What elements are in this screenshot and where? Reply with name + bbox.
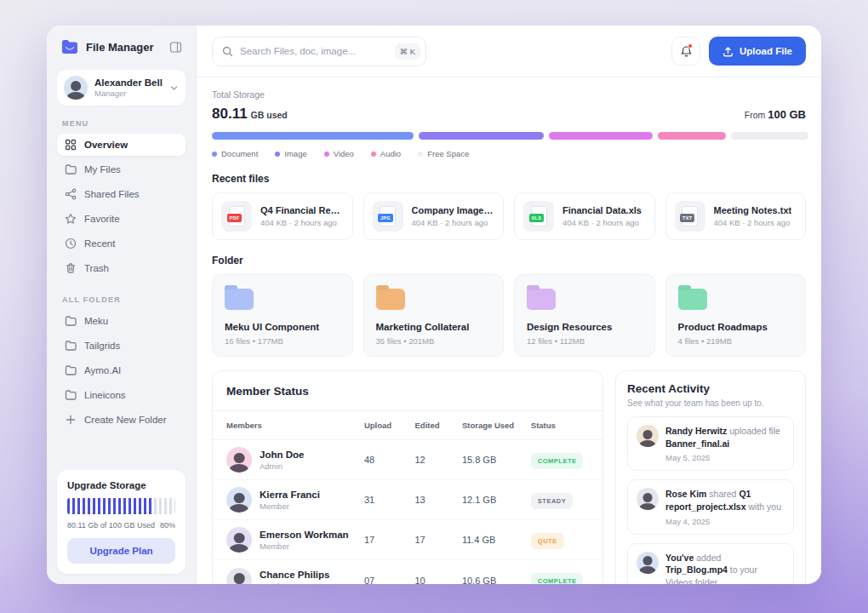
- sidebar-folder-label: Lineicons: [84, 390, 126, 400]
- legend-dot: [212, 152, 217, 157]
- upload-file-button[interactable]: Upload File: [709, 37, 806, 66]
- sidebar-collapse-icon[interactable]: [169, 41, 182, 54]
- upgrade-plan-button[interactable]: Upgrade Plan: [67, 538, 175, 564]
- sidebar-item-trash[interactable]: Trash: [57, 257, 186, 279]
- user-role: Manager: [94, 89, 163, 98]
- sidebar-item-label: Trash: [84, 263, 109, 273]
- storage-usage-meter: [67, 498, 175, 514]
- green-folder-icon: [678, 289, 707, 310]
- storage-legend: Document Image Video Audio Free Space: [212, 149, 806, 158]
- file-meta: 404 KB · 2 hours ago: [260, 218, 344, 227]
- create-new-folder-button[interactable]: Create New Folder: [57, 409, 186, 431]
- legend-dot: [275, 152, 280, 157]
- sidebar-item-recent[interactable]: Recent: [57, 232, 186, 255]
- upgrade-storage-card: Upgrade Storage 80.11 Gb of 100 GB Used …: [57, 470, 186, 574]
- sidebar-item-overview[interactable]: Overview: [57, 134, 186, 156]
- sidebar: File Manager Alexander Bell Manager MENU…: [47, 26, 197, 584]
- storage-used-value: 80.11: [212, 106, 248, 123]
- folder-card-marketing[interactable]: Marketing Collateral 35 files • 201MB: [363, 274, 505, 357]
- folder-cards-row: Meku UI Component 16 files • 177MB Marke…: [212, 274, 806, 357]
- file-meta: 404 KB · 2 hours ago: [562, 218, 642, 227]
- file-meta: 404 KB · 2 hours ago: [714, 218, 792, 227]
- file-meta: 404 KB · 2 hours ago: [412, 218, 495, 227]
- create-new-folder-label: Create New Folder: [84, 415, 167, 425]
- sidebar-item-label: Overview: [84, 140, 128, 150]
- folder-icon: [65, 389, 77, 401]
- table-row[interactable]: Chance PhilipsMember 07 10 10.6 GB COMPL…: [213, 560, 602, 584]
- profile-card[interactable]: Alexander Bell Manager: [57, 70, 186, 106]
- sidebar-folder-aymo-ai[interactable]: Aymo.AI: [57, 359, 186, 381]
- share-icon: [65, 188, 77, 200]
- avatar: [226, 487, 252, 513]
- recent-files-title: Recent files: [212, 173, 806, 185]
- file-card-jpg[interactable]: JPG Company Image.jpg 404 KB · 2 hours a…: [363, 192, 505, 240]
- sidebar-item-label: Recent: [84, 238, 115, 249]
- storage-usage-percent: 80%: [160, 521, 175, 530]
- folder-name: Product Roadmaps: [678, 322, 794, 332]
- status-badge: QUTE: [531, 533, 564, 549]
- sidebar-item-favorite[interactable]: Favorite: [57, 208, 186, 230]
- folder-icon: [65, 163, 77, 175]
- avatar: [637, 488, 659, 510]
- member-status-card: Member Status Members Upload Edited Stor…: [212, 370, 603, 584]
- legend-dot: [418, 152, 423, 157]
- purple-folder-icon: [527, 289, 556, 310]
- folder-name: Marketing Collateral: [376, 322, 492, 332]
- topbar: ⌘ K Upload File: [197, 26, 821, 77]
- member-status-title: Member Status: [226, 385, 309, 398]
- sidebar-folder-tailgrids[interactable]: Tailgrids: [57, 335, 186, 357]
- search-shortcut-badge: ⌘ K: [395, 43, 420, 60]
- xls-file-icon: XLS: [523, 201, 554, 232]
- file-card-pdf[interactable]: PDF Q4 Financial Report.pdf 404 KB · 2 h…: [212, 192, 353, 240]
- notifications-button[interactable]: [671, 37, 700, 66]
- folder-card-meku-ui[interactable]: Meku UI Component 16 files • 177MB: [212, 274, 353, 357]
- file-name: Financial Data.xls: [562, 205, 642, 215]
- sidebar-folder-lineicons[interactable]: Lineicons: [57, 384, 186, 406]
- search-input[interactable]: [240, 46, 388, 56]
- total-storage-label: Total Storage: [212, 89, 806, 100]
- storage-total: From 100 GB: [745, 108, 806, 121]
- legend-video: Video: [324, 149, 354, 158]
- legend-dot: [324, 152, 329, 157]
- recent-activity-title: Recent Activity: [627, 382, 794, 395]
- trash-icon: [65, 262, 77, 274]
- list-item[interactable]: Rose Kim shared Q1 report_project.xlsx w…: [627, 479, 794, 534]
- sidebar-item-my-files[interactable]: My Files: [57, 158, 186, 180]
- status-badge: STEADY: [531, 493, 573, 509]
- folder-card-roadmaps[interactable]: Product Roadmaps 4 files • 219MB: [665, 274, 807, 357]
- storage-segment-image: [419, 132, 544, 140]
- file-card-xls[interactable]: XLS Financial Data.xls 404 KB · 2 hours …: [514, 192, 655, 240]
- list-item[interactable]: You've added Trip_Blog.mp4 to your Video…: [627, 543, 794, 584]
- app-logo: File Manager: [57, 37, 186, 56]
- file-name: Meeting Notes.txt: [714, 205, 792, 215]
- folder-card-design[interactable]: Design Resources 12 files • 112MB: [514, 274, 655, 357]
- blue-folder-icon: [225, 289, 254, 310]
- content: Total Storage 80.11 GB used From 100 GB …: [197, 77, 821, 584]
- table-row[interactable]: John DoeAdmin 48 12 15.8 GB COMPLETE: [213, 440, 602, 480]
- list-item[interactable]: Randy Herwitz uploaded file Banner_final…: [627, 416, 794, 471]
- table-row[interactable]: Kierra FranciMember 31 13 12.1 GB STEADY: [213, 480, 602, 520]
- grid-icon: [65, 139, 77, 151]
- orange-folder-icon: [376, 289, 405, 310]
- storage-usage-text: 80.11 Gb of 100 GB Used: [67, 521, 155, 530]
- app-title: File Manager: [86, 41, 163, 54]
- search-box[interactable]: ⌘ K: [212, 37, 426, 66]
- legend-dot: [371, 152, 376, 157]
- sidebar-item-shared-files[interactable]: Shared Files: [57, 183, 186, 205]
- table-row[interactable]: Emerson WorkmanMember 17 17 11.4 GB QUTE: [213, 520, 602, 560]
- folder-meta: 4 files • 219MB: [678, 336, 794, 346]
- folder-icon: [65, 364, 77, 376]
- recent-activity-card: Recent Activity See what your team has b…: [615, 370, 806, 584]
- storage-bar: [212, 132, 806, 140]
- menu-section-label: MENU: [62, 119, 180, 128]
- folder-name: Design Resources: [527, 322, 642, 332]
- status-badge: COMPLETE: [531, 573, 584, 584]
- folder-name: Meku UI Component: [225, 322, 340, 332]
- storage-segment-document: [212, 132, 414, 140]
- sidebar-folder-meku[interactable]: Meku: [57, 310, 186, 332]
- folder-icon: [65, 340, 77, 352]
- legend-free-space: Free Space: [418, 149, 469, 158]
- file-card-txt[interactable]: TXT Meeting Notes.txt 404 KB · 2 hours a…: [665, 192, 807, 240]
- txt-file-icon: TXT: [675, 201, 705, 232]
- sidebar-folder-label: Meku: [84, 316, 108, 326]
